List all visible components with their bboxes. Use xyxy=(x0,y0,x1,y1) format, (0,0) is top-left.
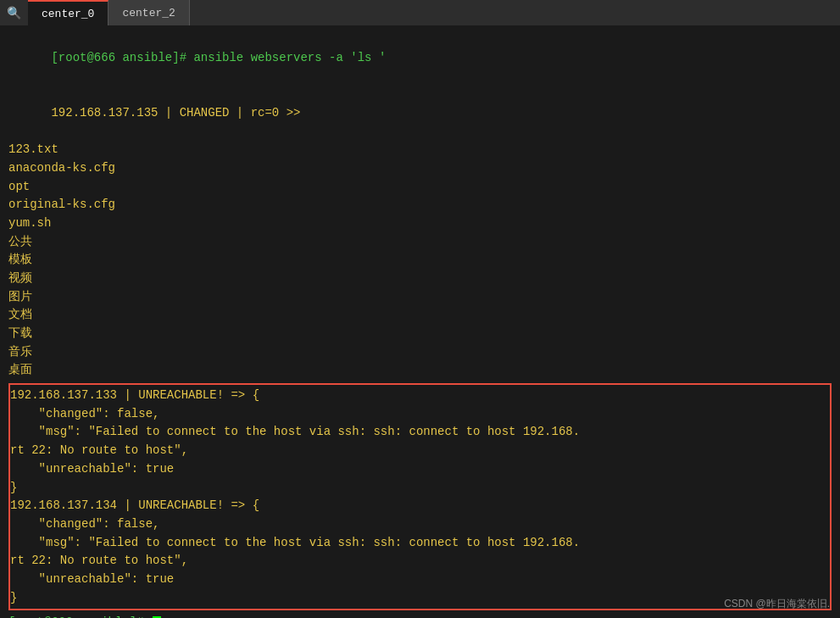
terminal-window: 🔍 center_0 center_2 [root@666 ansible]# … xyxy=(0,0,840,618)
tab-bar: 🔍 center_0 center_2 xyxy=(0,0,840,25)
list-item: 123.txt xyxy=(8,141,832,159)
unreachable-msg-2a: "msg": "Failed to connect to the host vi… xyxy=(10,534,830,553)
unreachable-msg-1b: rt 22: No route to host", xyxy=(10,442,830,460)
unreachable-header-2: 192.168.137.134 | UNREACHABLE! => { xyxy=(10,497,830,515)
terminal-body: [root@666 ansible]# ansible webservers -… xyxy=(0,25,840,618)
list-item: 文档 xyxy=(8,306,832,325)
list-item: 下载 xyxy=(8,325,832,343)
search-icon: 🔍 xyxy=(0,6,28,20)
tab-center-2[interactable]: center_2 xyxy=(108,0,189,25)
ls-output: 123.txt anaconda-ks.cfg opt original-ks.… xyxy=(8,141,832,380)
list-item: 视频 xyxy=(8,270,832,288)
unreachable-flag-2: "unreachable": true xyxy=(10,571,830,589)
list-item: 公共 xyxy=(8,233,832,252)
unreachable-changed-1: "changed": false, xyxy=(10,405,830,424)
unreachable-header-1: 192.168.137.133 | UNREACHABLE! => { xyxy=(10,387,830,405)
list-item: anaconda-ks.cfg xyxy=(8,159,832,178)
unreachable-flag-1: "unreachable": true xyxy=(10,460,830,479)
list-item: 音乐 xyxy=(8,343,832,362)
watermark: CSDN @昨日海棠依旧. xyxy=(724,597,830,611)
unreachable-block-1: 192.168.137.133 | UNREACHABLE! => { "cha… xyxy=(8,383,832,610)
list-item: 模板 xyxy=(8,251,832,270)
list-item: 图片 xyxy=(8,288,832,307)
command-line: [root@666 ansible]# ansible webservers -… xyxy=(8,31,832,86)
list-item: yum.sh xyxy=(8,214,832,233)
unreachable-msg-1a: "msg": "Failed to connect to the host vi… xyxy=(10,423,830,442)
unreachable-close-1: } xyxy=(10,479,830,498)
final-prompt: [root@666 ansible]# xyxy=(8,614,832,618)
unreachable-changed-2: "changed": false, xyxy=(10,515,830,534)
ip-changed-line: 192.168.137.135 | CHANGED | rc=0 >> xyxy=(8,86,832,141)
list-item: 桌面 xyxy=(8,361,832,380)
tab-center-0[interactable]: center_0 xyxy=(28,0,108,25)
unreachable-msg-2b: rt 22: No route to host", xyxy=(10,552,830,571)
unreachable-close-2: } xyxy=(10,589,830,608)
list-item: opt xyxy=(8,178,832,197)
list-item: original-ks.cfg xyxy=(8,196,832,214)
